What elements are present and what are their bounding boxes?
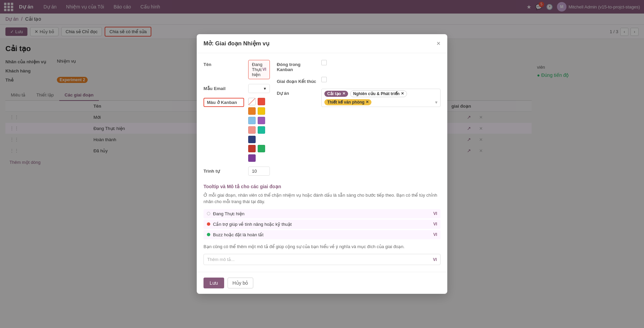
color-teal-swatch[interactable] xyxy=(258,126,265,134)
state-dot-red-icon xyxy=(207,222,210,226)
color-darkblue-swatch[interactable] xyxy=(248,136,256,143)
modal-left-col: Tên Đang Thực hiện VI Mẫu Email xyxy=(203,60,270,180)
end-stage-row: Giai đoạn Kết thúc xyxy=(277,77,441,84)
add-desc-placeholder: Thêm mô tả... xyxy=(207,257,235,262)
name-control: Đang Thực hiện VI xyxy=(248,60,270,79)
tag-thietke: Thiết kế văn phòng ✕ xyxy=(324,99,371,105)
end-stage-checkbox-container xyxy=(321,77,327,82)
state-dot-green-icon xyxy=(207,233,210,236)
color-none-swatch[interactable] xyxy=(248,98,256,105)
modal-close-button[interactable]: × xyxy=(436,40,441,47)
modal-overlay: Mở: Giai đoạn Nhiệm vụ × Tên Đang Thực h… xyxy=(0,0,644,328)
state-lang-1: VI xyxy=(433,211,437,216)
state-lang-3: VI xyxy=(433,232,437,237)
color-orange-swatch[interactable] xyxy=(248,107,256,115)
email-template-label: Mẫu Email xyxy=(203,84,244,91)
color-swatches xyxy=(248,98,270,143)
color-red-swatch[interactable] xyxy=(258,98,265,105)
tag-nghiencuu: Nghiên cứu & Phát triển ✕ xyxy=(350,90,407,97)
color-swatches-row2 xyxy=(248,145,270,162)
name-input-container[interactable]: Đang Thực hiện VI xyxy=(248,60,270,79)
color-pink-swatch[interactable] xyxy=(248,126,256,134)
email-template-control: ▾ xyxy=(248,84,270,93)
tooltip-title: Tooltip và Mô tả cho các giai đoạn xyxy=(203,184,441,189)
name-input-value: Đang Thực hiện xyxy=(252,62,262,77)
kanban-color-row: Màu ở Kanban xyxy=(203,98,270,162)
name-field-row: Tên Đang Thực hiện VI xyxy=(203,60,270,79)
state-label-3: Buzz hoặc đặt là hoàn tất xyxy=(213,232,431,237)
kanban-color-label: Màu ở Kanban xyxy=(203,98,244,107)
remove-nghiencuu-button[interactable]: ✕ xyxy=(401,91,404,96)
sequence-row: Trình tự 10 xyxy=(203,167,270,176)
tooltip-description: Ở mỗi giai đoạn, nhân viên có thể chặn n… xyxy=(203,192,441,205)
state-label-2: Cần trợ giúp về tính năng hoặc kỹ thuật xyxy=(213,222,431,227)
state-item-3[interactable]: Buzz hoặc đặt là hoàn tất VI xyxy=(203,230,441,239)
modal-footer: Lưu Hủy bỏ xyxy=(197,272,447,294)
remove-caito-button[interactable]: ✕ xyxy=(342,91,345,96)
sequence-control: 10 xyxy=(248,167,270,176)
sequence-input[interactable]: 10 xyxy=(248,167,270,176)
state-item-1[interactable]: Đang Thực hiện VI xyxy=(203,209,441,218)
modal-header: Mở: Giai đoạn Nhiệm vụ × xyxy=(197,34,447,53)
modal-cancel-button[interactable]: Hủy bỏ xyxy=(228,278,254,288)
modal-save-button[interactable]: Lưu xyxy=(203,278,224,288)
modal-title: Mở: Giai đoạn Nhiệm vụ xyxy=(203,40,270,47)
dropdown-arrow-icon: ▾ xyxy=(435,100,437,105)
tooltip-second-desc: Bạn cũng có thể thêm một mô tả để giúp c… xyxy=(203,243,441,250)
dropdown-arrow-icon: ▾ xyxy=(264,86,266,91)
closed-kanban-label: Đóng trong Kanban xyxy=(277,60,317,72)
color-darkred-swatch[interactable] xyxy=(248,145,256,152)
email-template-select[interactable]: ▾ xyxy=(248,84,270,93)
modal-body: Tên Đang Thực hiện VI Mẫu Email xyxy=(197,53,447,272)
name-label: Tên xyxy=(203,60,244,67)
tag-caito: Cải tạo ✕ xyxy=(324,91,348,97)
color-yellow-swatch[interactable] xyxy=(258,107,265,115)
color-violet-swatch[interactable] xyxy=(248,154,256,162)
sequence-value: 10 xyxy=(252,169,257,174)
color-lightblue-swatch[interactable] xyxy=(248,117,256,124)
add-desc-lang: VI xyxy=(433,257,437,262)
state-dot-empty-icon xyxy=(207,212,210,215)
closed-kanban-checkbox[interactable] xyxy=(321,60,327,65)
color-green-swatch[interactable] xyxy=(258,145,265,152)
color-purple-swatch[interactable] xyxy=(258,117,265,124)
closed-kanban-checkbox-container xyxy=(321,60,327,65)
add-description-input[interactable]: Thêm mô tả... VI xyxy=(203,254,441,265)
sequence-label: Trình tự xyxy=(203,167,244,174)
state-item-2[interactable]: Cần trợ giúp về tính năng hoặc kỹ thuật … xyxy=(203,220,441,229)
name-lang-badge: VI xyxy=(262,67,266,72)
project-field-label: Dự án xyxy=(277,89,317,96)
end-stage-checkbox[interactable] xyxy=(321,77,327,82)
project-field-row: Dự án Cải tạo ✕ Nghiên cứu & Phát triển xyxy=(277,89,441,107)
project-field-control: Cải tạo ✕ Nghiên cứu & Phát triển ✕ Thiế… xyxy=(321,89,441,107)
modal-dialog: Mở: Giai đoạn Nhiệm vụ × Tên Đang Thực h… xyxy=(197,34,447,294)
tooltip-section: Tooltip và Mô tả cho các giai đoạn Ở mỗi… xyxy=(203,184,441,265)
state-label-1: Đang Thực hiện xyxy=(213,211,431,216)
kanban-color-control xyxy=(248,98,270,162)
closed-kanban-row: Đóng trong Kanban xyxy=(277,60,441,72)
email-template-row: Mẫu Email ▾ xyxy=(203,84,270,93)
state-lang-2: VI xyxy=(433,222,437,226)
remove-thietke-button[interactable]: ✕ xyxy=(366,100,369,104)
modal-right-col: Đóng trong Kanban Giai đoạn Kết thúc xyxy=(277,60,441,180)
end-stage-label: Giai đoạn Kết thúc xyxy=(277,77,317,84)
project-tags-container[interactable]: Cải tạo ✕ Nghiên cứu & Phát triển ✕ Thiế… xyxy=(321,89,441,107)
